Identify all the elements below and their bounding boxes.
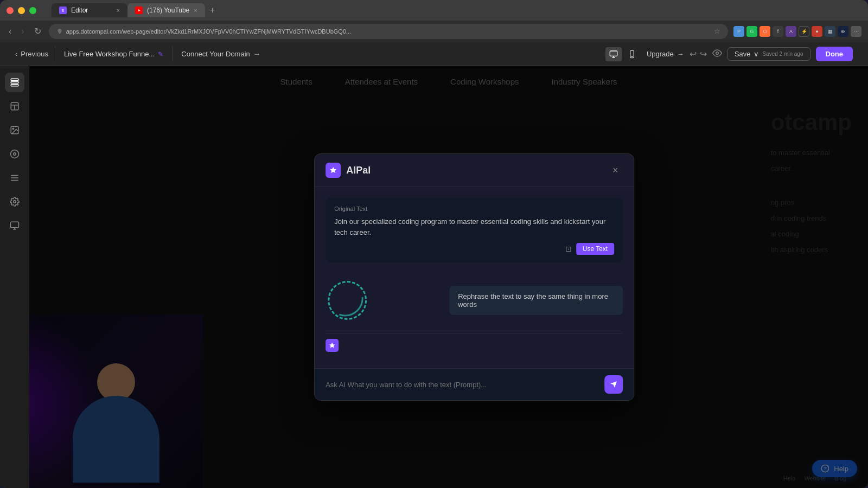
desktop-view-btn[interactable] (605, 47, 622, 61)
minimize-window-btn[interactable] (18, 7, 25, 14)
svg-point-8 (631, 56, 632, 56)
new-tab-btn[interactable]: + (205, 3, 220, 18)
ai-mini-logo-icon (326, 339, 339, 352)
svg-rect-10 (11, 79, 18, 80)
modal-body: Original Text Join our specialized codin… (315, 187, 634, 368)
extension-icons: P G O f A ⚡ ● ▦ ⊕ ⋯ (733, 26, 861, 37)
traffic-lights (7, 7, 36, 14)
save-btn[interactable]: Save ∨ Saved 2 min ago (727, 47, 810, 61)
tab-editor[interactable]: E Editor × (52, 3, 127, 17)
upgrade-btn[interactable]: Upgrade → (647, 50, 684, 58)
ext-4[interactable]: f (773, 26, 783, 37)
ai-prompt-input[interactable] (326, 381, 599, 389)
mobile-view-btn[interactable] (624, 47, 640, 61)
svg-rect-24 (10, 222, 18, 228)
ext-8[interactable]: ▦ (825, 26, 835, 37)
preview-btn[interactable] (712, 48, 722, 60)
svg-point-18 (10, 150, 18, 158)
use-text-row: ⊡ Use Text (334, 243, 614, 255)
aipal-logo: AIPal (326, 163, 371, 178)
ext-3[interactable]: O (760, 26, 770, 37)
original-text-label: Original Text (334, 206, 614, 212)
original-text-content: Join our specialized coding program to m… (334, 216, 614, 237)
editor-toolbar: ‹ Previous Live Free Workshop Funne... ✎… (0, 42, 868, 66)
previous-btn[interactable]: ‹ Previous (9, 47, 55, 61)
upgrade-arrow-icon: → (677, 50, 684, 58)
svg-point-23 (13, 201, 16, 203)
ai-spinner (326, 279, 369, 322)
ext-9[interactable]: ⊕ (838, 26, 848, 37)
browser-tabs: E Editor × (176) YouTube × + (52, 3, 220, 18)
ext-6[interactable]: ⚡ (799, 26, 809, 37)
ext-more[interactable]: ⋯ (851, 26, 861, 37)
use-text-btn[interactable]: Use Text (576, 243, 614, 255)
editor-main: Students Attendees at Events Coding Work… (0, 66, 868, 488)
previous-label: Previous (21, 50, 48, 58)
sidebar-item-settings[interactable] (5, 192, 24, 211)
svg-rect-12 (11, 85, 18, 86)
left-sidebar (0, 66, 29, 488)
sidebar-item-forms[interactable] (5, 168, 24, 188)
modal-header: AIPal × (315, 154, 634, 187)
svg-text:E: E (62, 9, 65, 12)
save-label: Save (735, 50, 751, 58)
original-text-box: Original Text Join our specialized codin… (326, 198, 623, 262)
aipal-modal: AIPal × Original Text Join our specializ… (314, 153, 634, 401)
undo-btn[interactable]: ↩ (690, 49, 697, 59)
ext-7[interactable]: ● (812, 26, 822, 37)
sidebar-item-palette[interactable] (5, 144, 24, 164)
maximize-window-btn[interactable] (29, 7, 36, 14)
save-chevron-icon: ∨ (754, 50, 759, 58)
funnel-name-btn[interactable]: Live Free Workshop Funne... ✎ (55, 47, 173, 61)
sidebar-item-layout[interactable] (5, 97, 24, 116)
tab-youtube[interactable]: (176) YouTube × (127, 3, 205, 17)
browser-window: E Editor × (176) YouTube × + ‹ › ↻ apps.… (0, 0, 868, 488)
prev-arrow-icon: ‹ (15, 50, 17, 58)
url-bar[interactable]: apps.dotcompal.com/web-page/editor/VkZkd… (49, 24, 728, 39)
undo-redo-controls: ↩ ↪ (690, 49, 707, 59)
ai-icon-row (326, 333, 623, 357)
redo-btn[interactable]: ↪ (700, 49, 707, 59)
canvas-area: Students Attendees at Events Coding Work… (29, 66, 868, 488)
sidebar-item-media[interactable] (5, 120, 24, 140)
forward-btn[interactable]: › (19, 24, 26, 38)
copy-icon: ⊡ (565, 245, 572, 253)
svg-point-17 (12, 128, 14, 129)
upgrade-label: Upgrade (647, 50, 674, 58)
funnel-edit-icon: ✎ (158, 50, 163, 58)
toolbar-actions: Upgrade → ↩ ↪ Save ∨ Saved 2 min ago Don… (647, 47, 859, 61)
ext-2[interactable]: G (746, 26, 757, 37)
tab-editor-close[interactable]: × (117, 7, 120, 14)
tab-editor-label: Editor (71, 7, 88, 14)
save-time: Saved 2 min ago (762, 51, 803, 57)
done-btn[interactable]: Done (816, 47, 853, 61)
editor-favicon: E (59, 7, 67, 14)
tab-youtube-close[interactable]: × (194, 7, 197, 14)
aipal-title: AIPal (346, 165, 371, 176)
close-window-btn[interactable] (7, 7, 14, 14)
youtube-favicon (135, 7, 143, 14)
modal-input-area (315, 368, 634, 400)
sidebar-item-monitor[interactable] (5, 216, 24, 235)
star-icon[interactable]: ☆ (714, 27, 720, 35)
connect-domain-label: Connect Your Domain (181, 50, 250, 58)
ext-1[interactable]: P (733, 26, 744, 37)
titlebar: E Editor × (176) YouTube × + (0, 0, 868, 21)
back-btn[interactable]: ‹ (7, 24, 14, 38)
device-toggle (599, 47, 647, 61)
connect-domain-btn[interactable]: Connect Your Domain → (173, 47, 269, 61)
rephrase-bubble: Rephrase the text to say the same thing … (449, 286, 623, 315)
url-text: apps.dotcompal.com/web-page/editor/VkZkd… (66, 28, 352, 35)
rephrase-text: Rephrase the text to say the same thing … (458, 292, 608, 309)
addressbar: ‹ › ↻ apps.dotcompal.com/web-page/editor… (0, 21, 868, 42)
svg-point-27 (328, 281, 362, 316)
ext-5[interactable]: A (786, 26, 796, 37)
svg-point-19 (13, 153, 16, 156)
reload-btn[interactable]: ↻ (32, 24, 43, 38)
funnel-name-text: Live Free Workshop Funne... (64, 50, 155, 58)
sidebar-item-layers[interactable] (5, 73, 24, 92)
modal-close-btn[interactable]: × (608, 163, 623, 178)
send-prompt-btn[interactable] (604, 375, 623, 394)
svg-rect-11 (11, 82, 18, 84)
svg-point-9 (716, 52, 719, 54)
